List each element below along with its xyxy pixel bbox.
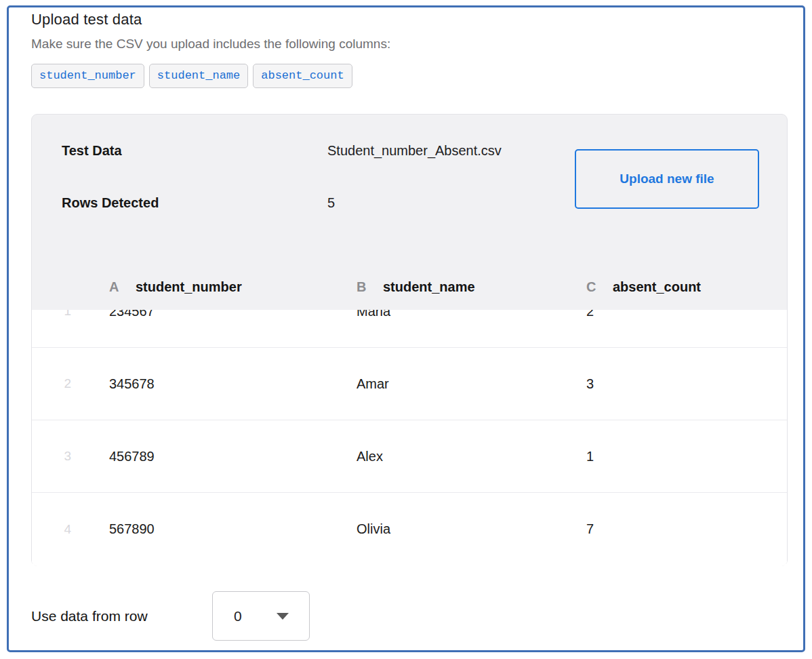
cell-absent-count: 7 [586, 521, 787, 537]
upload-new-file-button[interactable]: Upload new file [575, 149, 759, 209]
rows-detected-label: Rows Detected [62, 195, 159, 211]
table-header-row: A student_number B student_name C absent… [32, 264, 787, 310]
cell-absent-count: 1 [586, 449, 787, 464]
cell-student-number: 456789 [109, 449, 357, 464]
column-letter: B [357, 279, 373, 295]
column-name: absent_count [613, 279, 701, 295]
cell-student-name: Olivia [357, 521, 586, 537]
file-summary-panel: Test Data Student_number_Absent.csv Uplo… [31, 114, 788, 566]
row-number: 4 [32, 522, 109, 537]
required-column-chip: student_name [149, 64, 248, 88]
row-select-dropdown[interactable]: 0 [212, 591, 310, 641]
page-subtitle: Make sure the CSV you upload includes th… [31, 35, 787, 52]
table-scroll-area[interactable]: 1 234567 Maria 2 2 345678 Amar 3 3 45678… [32, 310, 787, 566]
cell-absent-count: 2 [586, 310, 787, 319]
column-header-student-number: A student_number [109, 279, 357, 295]
column-name: student_number [136, 279, 242, 295]
cell-student-number: 567890 [109, 521, 357, 537]
required-columns-list: student_number student_name absent_count [31, 64, 787, 88]
row-number: 2 [32, 376, 109, 391]
table-row: 1 234567 Maria 2 [32, 310, 787, 348]
table-row: 2 345678 Amar 3 [32, 348, 787, 420]
column-name: student_name [383, 279, 475, 295]
test-data-label: Test Data [62, 143, 122, 159]
table-row: 4 567890 Olivia 7 [32, 493, 787, 565]
row-select-value: 0 [234, 608, 242, 624]
column-letter: C [586, 279, 603, 295]
column-header-student-name: B student_name [357, 279, 586, 295]
cell-student-name: Alex [357, 449, 586, 464]
cell-student-name: Amar [357, 376, 586, 392]
required-column-chip: student_number [31, 64, 144, 88]
cell-student-number: 234567 [109, 310, 357, 319]
rows-detected-value: 5 [327, 195, 335, 211]
column-header-absent-count: C absent_count [586, 279, 787, 295]
row-selector: Use data from row 0 [31, 591, 787, 641]
row-number: 1 [32, 310, 109, 319]
cell-absent-count: 3 [586, 376, 787, 392]
chevron-down-icon [277, 613, 289, 620]
uploaded-file-name: Student_number_Absent.csv [327, 143, 502, 159]
row-selector-label: Use data from row [31, 608, 212, 624]
row-number: 3 [32, 449, 109, 464]
column-letter: A [109, 279, 125, 295]
required-column-chip: absent_count [253, 64, 352, 88]
table-row: 3 456789 Alex 1 [32, 420, 787, 493]
cell-student-number: 345678 [109, 376, 357, 392]
upload-test-data-card: Upload test data Make sure the CSV you u… [7, 5, 805, 652]
page-title: Upload test data [31, 10, 787, 29]
cell-student-name: Maria [357, 310, 586, 319]
